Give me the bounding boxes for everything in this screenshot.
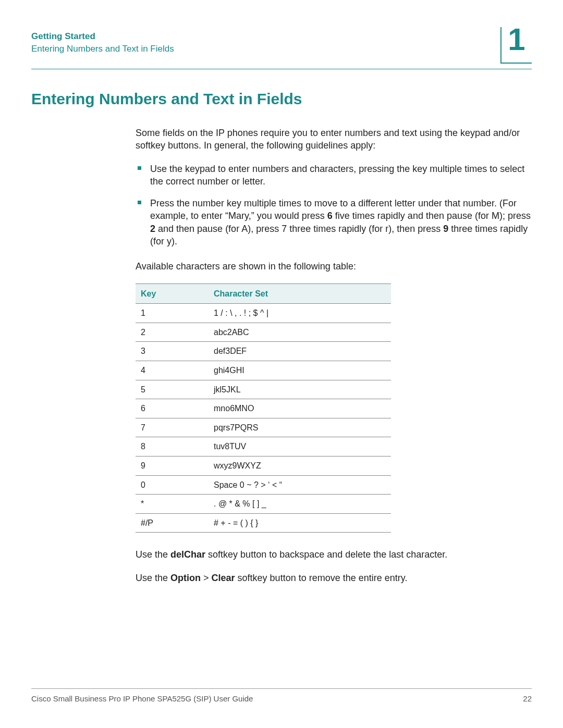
clear-note: Use the Option > Clear softkey button to… xyxy=(136,572,532,584)
table-cell-charset: mno6MNO xyxy=(209,399,391,418)
table-row: *. @ * & % [ ] _ xyxy=(136,495,391,514)
table-row: 5jkl5JKL xyxy=(136,380,391,399)
table-cell-charset: ghi4GHI xyxy=(209,361,391,380)
table-header-key: Key xyxy=(136,283,209,304)
page-footer: Cisco Small Business Pro IP Phone SPA525… xyxy=(31,688,532,703)
table-cell-key: 3 xyxy=(136,342,209,361)
table-cell-key: 9 xyxy=(136,456,209,476)
softkey-name: delChar xyxy=(170,549,205,560)
text: > xyxy=(201,573,212,583)
table-cell-charset: . @ * & % [ ] _ xyxy=(209,495,391,514)
table-header-row: Key Character Set xyxy=(136,283,391,304)
table-cell-key: 2 xyxy=(136,323,209,342)
bold-key: 6 xyxy=(327,211,333,221)
table-cell-key: 8 xyxy=(136,437,209,456)
table-row: 2abc2ABC xyxy=(136,323,391,342)
text: Use the xyxy=(136,573,170,583)
table-cell-charset: tuv8TUV xyxy=(209,437,391,456)
table-cell-key: 0 xyxy=(136,475,209,495)
table-cell-charset: pqrs7PQRS xyxy=(209,418,391,437)
bold-key: 2 xyxy=(150,224,155,234)
table-cell-charset: def3DEF xyxy=(209,342,391,361)
table-row: 6mno6MNO xyxy=(136,399,391,418)
table-cell-key: #/P xyxy=(136,513,209,533)
list-text: Use the keypad to enter numbers and char… xyxy=(150,164,524,187)
chapter-number: 1 xyxy=(508,24,525,55)
table-cell-charset: abc2ABC xyxy=(209,323,391,342)
table-row: 4ghi4GHI xyxy=(136,361,391,380)
table-cell-key: 1 xyxy=(136,304,209,323)
table-cell-key: 7 xyxy=(136,418,209,437)
guideline-list: Use the keypad to enter numbers and char… xyxy=(136,163,532,248)
text: softkey button to remove the entire entr… xyxy=(235,573,408,583)
table-row: #/P# + - = ( ) { } xyxy=(136,513,391,533)
intro-paragraph: Some fields on the IP phones require you… xyxy=(136,127,532,152)
page-header: Getting Started Entering Numbers and Tex… xyxy=(31,31,532,54)
table-row: 0Space 0 ~ ? > ‘ < “ xyxy=(136,475,391,495)
table-cell-charset: jkl5JKL xyxy=(209,380,391,399)
header-section-label: Entering Numbers and Text in Fields xyxy=(31,44,532,54)
header-divider xyxy=(31,69,532,69)
table-row: 7pqrs7PQRS xyxy=(136,418,391,437)
softkey-name: Clear xyxy=(212,573,235,583)
text: Use the xyxy=(136,549,170,560)
table-cell-key: 6 xyxy=(136,399,209,418)
table-header-charset: Character Set xyxy=(209,283,391,304)
list-item: Press the number key multiple times to m… xyxy=(136,197,532,248)
header-chapter-label: Getting Started xyxy=(31,31,532,42)
section-title: Entering Numbers and Text in Fields xyxy=(31,90,532,108)
table-row: 9wxyz9WXYZ xyxy=(136,456,391,476)
table-cell-charset: 1 / : \ , . ! ; $ ^ | xyxy=(209,304,391,323)
footer-doc-title: Cisco Small Business Pro IP Phone SPA525… xyxy=(31,694,253,703)
table-cell-charset: Space 0 ~ ? > ‘ < “ xyxy=(209,475,391,495)
table-row: 8tuv8TUV xyxy=(136,437,391,456)
character-table: Key Character Set 11 / : \ , . ! ; $ ^ |… xyxy=(136,283,391,533)
text: softkey button to backspace and delete t… xyxy=(205,549,447,560)
table-row: 3def3DEF xyxy=(136,342,391,361)
list-text: five times rapidly and then pause (for M… xyxy=(333,211,531,221)
list-item: Use the keypad to enter numbers and char… xyxy=(136,163,532,188)
bold-key: 9 xyxy=(443,224,448,234)
softkey-name: Option xyxy=(170,573,201,583)
table-cell-key: 5 xyxy=(136,380,209,399)
body-content: Some fields on the IP phones require you… xyxy=(136,127,532,584)
table-row: 11 / : \ , . ! ; $ ^ | xyxy=(136,304,391,323)
footer-divider xyxy=(31,688,532,689)
chapter-number-box: 1 xyxy=(500,27,532,64)
table-cell-key: * xyxy=(136,495,209,514)
table-cell-charset: wxyz9WXYZ xyxy=(209,456,391,476)
table-cell-charset: # + - = ( ) { } xyxy=(209,513,391,533)
footer-page-number: 22 xyxy=(523,694,532,703)
delchar-note: Use the delChar softkey button to backsp… xyxy=(136,548,532,561)
list-text: and then pause (for A), press 7 three ti… xyxy=(155,224,443,234)
table-cell-key: 4 xyxy=(136,361,209,380)
table-intro: Available characters are shown in the fo… xyxy=(136,260,532,273)
